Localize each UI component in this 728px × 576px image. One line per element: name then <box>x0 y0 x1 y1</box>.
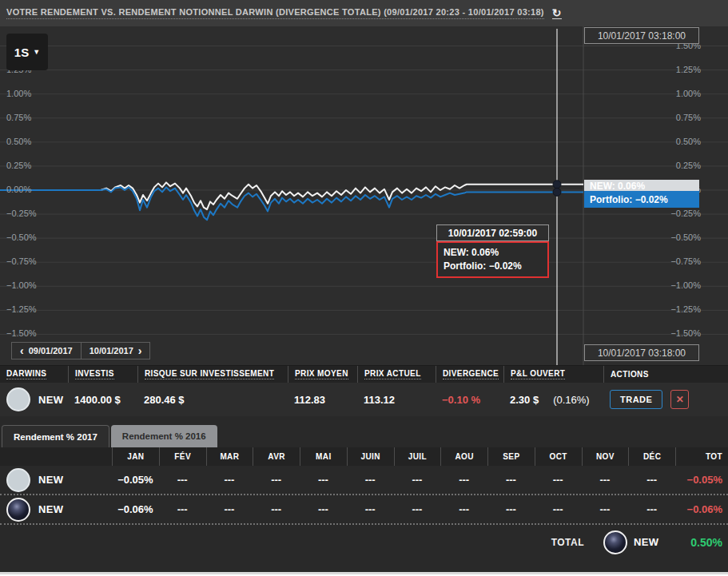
year-tabs: Rendement % 2017 Rendement % 2016 <box>2 425 217 447</box>
month-cell-aou: --- <box>440 503 487 515</box>
month-cell-aou: --- <box>440 474 487 486</box>
column-header-divergence[interactable]: DIVERGENCE <box>436 366 503 383</box>
darwin-name: NEW <box>634 536 658 548</box>
y-axis-tick-left: −1.25% <box>6 304 37 314</box>
tooltip-body: NEW: 0.06% Portfolio: −0.02% <box>436 241 549 278</box>
pnl-value: 2.30 $ <box>510 394 539 406</box>
month-header-fév: FÉV <box>159 447 206 466</box>
y-axis-tick-left: −0.25% <box>6 209 37 218</box>
trade-button[interactable]: TRADE <box>610 390 662 409</box>
pnl-percent-value: (0.16%) <box>553 394 590 406</box>
darwin-avatar <box>603 530 627 554</box>
monthly-row: NEW−0.06%-------------------------------… <box>0 495 728 525</box>
month-header-jan: JAN <box>112 447 159 466</box>
avg-price-value: 112.83 <box>294 394 325 406</box>
prev-date-label: 09/01/2017 <box>29 346 73 356</box>
month-header-nov: NOV <box>582 447 629 466</box>
risk-value: 280.46 $ <box>144 394 185 406</box>
month-header-aou: AOU <box>440 447 487 466</box>
date-navigation: ‹ 09/01/2017 10/01/2017 › <box>11 342 150 360</box>
month-cell-tot: −0.06% <box>675 503 728 515</box>
next-date-button[interactable]: 10/01/2017 › <box>82 342 151 360</box>
y-axis-tick-right: 1.00% <box>676 89 701 98</box>
column-header-risque-sur-investissement[interactable]: RISQUE SUR INVESTISSEMENT <box>137 366 288 383</box>
chart-header-bar: VOTRE RENDEMENT VS. RENDEMENT NOTIONNEL … <box>0 0 728 26</box>
y-axis-tick-right: 1.25% <box>676 65 701 74</box>
invested-value: 1400.00 $ <box>74 394 121 406</box>
y-axis-tick-left: 0.25% <box>6 161 31 170</box>
prev-date-button[interactable]: ‹ 09/01/2017 <box>11 342 82 360</box>
y-axis-tick-left: −0.50% <box>6 232 37 242</box>
month-cell-sep: --- <box>487 474 535 486</box>
month-cell-juin: --- <box>347 503 394 515</box>
close-position-button[interactable]: ✕ <box>670 390 689 409</box>
column-header-label: INVESTIS <box>75 369 114 379</box>
month-cell-juil: --- <box>394 474 441 486</box>
month-cell-oct: --- <box>535 503 582 515</box>
month-cell-jan: −0.05% <box>112 474 159 486</box>
y-axis-tick-left: −0.75% <box>6 256 37 266</box>
timeframe-dropdown[interactable]: 1S ▼ <box>6 34 48 70</box>
darwin-name: NEW <box>38 503 63 515</box>
darwin-cell[interactable]: NEW <box>0 387 68 411</box>
return-chart[interactable]: 1.50%1.25%1.25%1.00%1.00%0.75%0.75%0.50%… <box>0 26 728 365</box>
month-cell-avr: --- <box>253 503 300 515</box>
tooltip-portfolio-value: Portfolio: −0.02% <box>444 260 542 273</box>
column-header-prix-actuel[interactable]: PRIX ACTUEL <box>357 366 436 383</box>
column-header-label: PRIX ACTUEL <box>364 369 421 379</box>
month-cell-juin: --- <box>347 474 394 486</box>
y-axis-tick-right: −0.25% <box>670 209 701 218</box>
column-header-label: DIVERGENCE <box>443 369 499 379</box>
y-axis-tick-right: 0.50% <box>676 137 701 146</box>
month-header-spacer <box>0 447 112 466</box>
series-line-new <box>0 182 583 209</box>
column-header-label: DARWINS <box>6 369 46 379</box>
refresh-icon[interactable]: ↻ <box>552 7 562 19</box>
y-axis-tick-left: 1.00% <box>6 89 31 98</box>
axis-value-label-new: NEW: 0.06% <box>584 180 699 192</box>
page-bottom-edge <box>0 572 728 576</box>
column-header-label: PRIX MOYEN <box>295 369 348 379</box>
crosshair-date-bottom: 10/01/2017 03:18:00 <box>584 344 699 361</box>
column-header-darwins[interactable]: DARWINS <box>0 366 68 383</box>
column-header-label: ACTIONS <box>611 370 649 379</box>
column-header-prix-moyen[interactable]: PRIX MOYEN <box>288 366 357 383</box>
monthly-table-rows: NEW−0.05%-------------------------------… <box>0 466 728 525</box>
darwin-name: NEW <box>38 394 63 406</box>
monthly-total-row: TOTAL NEW 0.50% <box>0 525 728 559</box>
position-row: NEW 1400.00 $ 280.46 $ 112.83 113.12 −0.… <box>0 383 728 416</box>
darwin-avatar <box>6 468 30 492</box>
column-header-p-l-ouvert[interactable]: P&L OUVERT <box>503 366 603 383</box>
month-cell-fév: --- <box>159 474 206 486</box>
axis-value-label-portfolio: Portfolio: −0.02% <box>584 191 699 208</box>
month-header-sep: SEP <box>487 447 535 466</box>
y-axis-tick-right: 0.25% <box>676 161 701 170</box>
y-axis-tick-right: 0.75% <box>676 113 701 122</box>
tab-rendement-2016[interactable]: Rendement % 2016 <box>111 425 217 447</box>
month-header-oct: OCT <box>535 447 582 466</box>
month-cell-juil: --- <box>394 503 441 515</box>
darwin-cell[interactable]: NEW <box>0 498 112 522</box>
month-header-juin: JUIN <box>347 447 394 466</box>
y-axis-tick-left: 0.00% <box>6 185 31 194</box>
month-header-mai: MAI <box>300 447 347 466</box>
tab-rendement-2017[interactable]: Rendement % 2017 <box>2 425 109 447</box>
y-axis-tick-left: −1.50% <box>6 328 37 338</box>
column-header-investis[interactable]: INVESTIS <box>68 366 137 383</box>
month-cell-mai: --- <box>300 503 347 515</box>
month-header-avr: AVR <box>253 447 300 466</box>
close-icon: ✕ <box>676 394 684 405</box>
month-cell-mai: --- <box>300 474 347 486</box>
month-header-déc: DÉC <box>628 447 675 466</box>
month-cell-nov: --- <box>582 474 629 486</box>
chevron-right-icon: › <box>138 344 142 357</box>
darwin-cell[interactable]: NEW <box>0 468 112 492</box>
month-header-tot: TOT <box>675 447 728 466</box>
y-axis-tick-right: −1.00% <box>670 280 701 290</box>
y-axis-tick-left: 0.75% <box>6 113 31 122</box>
y-axis-tick-right: −0.75% <box>670 256 701 266</box>
month-cell-déc: --- <box>628 474 675 486</box>
tooltip-time: 10/01/2017 02:59:00 <box>436 224 549 241</box>
month-cell-avr: --- <box>253 474 300 486</box>
darwin-name: NEW <box>38 474 63 486</box>
